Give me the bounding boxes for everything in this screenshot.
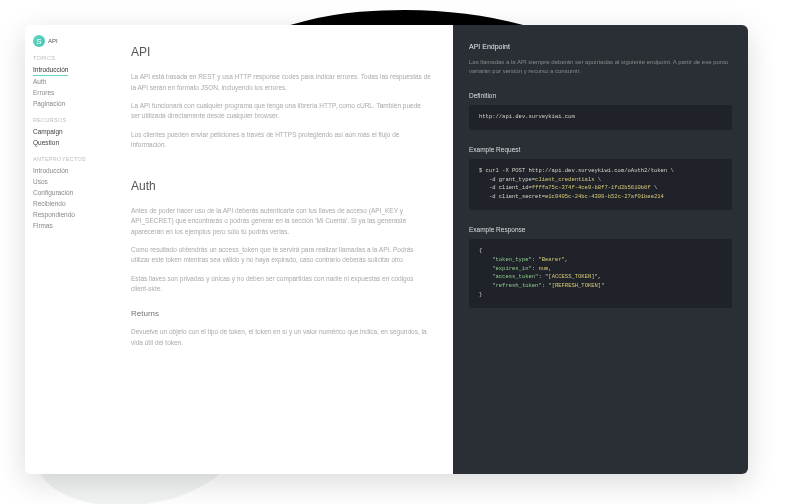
nav-errores[interactable]: Errores bbox=[33, 87, 101, 98]
req-l2v: client_credentials bbox=[535, 176, 594, 183]
definition-label: Definition bbox=[469, 92, 732, 99]
doc-card: S API TOPICS Introducción Auth Errores P… bbox=[25, 25, 748, 474]
api-p2: La API funcionará con cualquier programa… bbox=[131, 101, 431, 122]
res-close: } bbox=[479, 291, 482, 298]
section-label-topics: TOPICS bbox=[33, 55, 101, 61]
logo-icon: S bbox=[33, 35, 45, 47]
logo-text: API bbox=[48, 38, 58, 44]
res-k2: "expires_in" bbox=[492, 265, 532, 272]
auth-p3: Estas llaves son privadas y únicas y no … bbox=[131, 274, 431, 295]
api-p1: La API está basada en REST y usa HTTP re… bbox=[131, 72, 431, 93]
returns-p: Devuelve un objeto con el tipo de token,… bbox=[131, 327, 431, 348]
heading-api: API bbox=[131, 43, 431, 62]
definition-code: http://api.dev.surveykiwi.com bbox=[469, 105, 732, 130]
nav-paginacion[interactable]: Paginación bbox=[33, 98, 101, 109]
section-label-recursos: RECURSOS bbox=[33, 117, 101, 123]
req-l2: -d grant_type= bbox=[479, 176, 535, 183]
nav-question[interactable]: Question bbox=[33, 137, 101, 148]
res-v1: "Bearer" bbox=[538, 256, 564, 263]
res-v2: num bbox=[538, 265, 548, 272]
req-l1: $ curl -X POST http://api.dev.surveykiwi… bbox=[479, 167, 674, 174]
logo: S API bbox=[33, 35, 101, 47]
nav-respondiendo[interactable]: Respondiendo bbox=[33, 209, 101, 220]
res-k1: "token_type" bbox=[492, 256, 532, 263]
req-l4: -d client_secret= bbox=[479, 193, 545, 200]
res-k3: "access_token" bbox=[492, 273, 538, 280]
res-v3: "[ACCESS_TOKEN]" bbox=[545, 273, 598, 280]
heading-returns: Returns bbox=[131, 308, 431, 321]
sidebar: S API TOPICS Introducción Auth Errores P… bbox=[25, 25, 109, 474]
nav-auth[interactable]: Auth bbox=[33, 76, 101, 87]
req-l3: -d client_id= bbox=[479, 184, 532, 191]
auth-p2: Como resultado obtendrás un access_token… bbox=[131, 245, 431, 266]
req-l3v: ffffa75c-374f-4ce9-b8f7-1fd2b5610b6f bbox=[532, 184, 651, 191]
content-panel: API La API está basada en REST y usa HTT… bbox=[109, 25, 453, 474]
res-k4: "refresh_token" bbox=[492, 282, 542, 289]
nav-configuracion[interactable]: Configuración bbox=[33, 187, 101, 198]
nav-recibiendo[interactable]: Recibiendo bbox=[33, 198, 101, 209]
dark-panel: API Endpoint Las llamadas a la API siemp… bbox=[453, 25, 748, 474]
section-label-anteproyectos: ANTEPROYECTOS bbox=[33, 156, 101, 162]
heading-auth: Auth bbox=[131, 177, 431, 196]
endpoint-title: API Endpoint bbox=[469, 43, 732, 50]
example-response-code: { "token_type": "Bearer", "expires_in": … bbox=[469, 239, 732, 308]
res-v4: "[REFRESH_TOKEN]" bbox=[548, 282, 604, 289]
nav-intro2[interactable]: Introducción bbox=[33, 165, 101, 176]
nav-introduccion[interactable]: Introducción bbox=[33, 64, 68, 76]
api-p3: Los clientes pueden enviar peticiones a … bbox=[131, 130, 431, 151]
nav-firmas[interactable]: Firmas bbox=[33, 220, 101, 231]
req-l4v: e1c0405c-24bc-4399-b52c-27af01bee214 bbox=[545, 193, 664, 200]
example-request-code: $ curl -X POST http://api.dev.surveykiwi… bbox=[469, 159, 732, 210]
example-response-label: Example Response bbox=[469, 226, 732, 233]
nav-usos[interactable]: Usos bbox=[33, 176, 101, 187]
endpoint-desc: Las llamadas a la API siempre deberán se… bbox=[469, 58, 732, 76]
example-request-label: Example Request bbox=[469, 146, 732, 153]
nav-campaign[interactable]: Campaign bbox=[33, 126, 101, 137]
res-open: { bbox=[479, 247, 482, 254]
auth-p1: Antes de poder hacer uso de la API deber… bbox=[131, 206, 431, 237]
